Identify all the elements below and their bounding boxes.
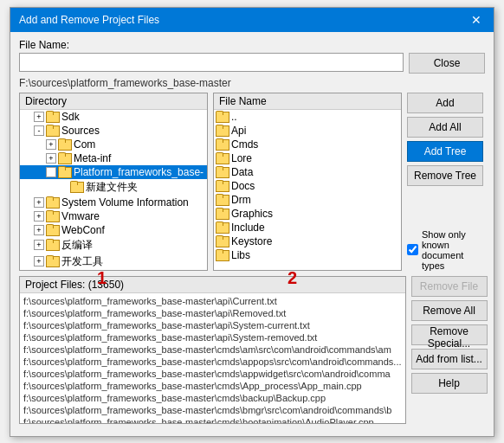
file-list-item[interactable]: Libs <box>214 248 401 262</box>
tree-item[interactable]: +Sdk <box>20 110 207 124</box>
tree-item[interactable]: +System Volume Information <box>20 196 207 209</box>
folder-icon <box>46 239 60 251</box>
expand-button[interactable]: + <box>34 197 44 208</box>
project-file-item[interactable]: f:\sources\platform_frameworks_base-mast… <box>23 380 402 392</box>
remove-all-button[interactable]: Remove All <box>411 300 488 321</box>
folder-icon <box>58 138 72 151</box>
remove-file-button[interactable]: Remove File <box>411 276 488 297</box>
file-name-input[interactable] <box>19 53 404 72</box>
remove-tree-button[interactable]: Remove Tree <box>407 165 483 186</box>
tree-item[interactable]: +开发工具 <box>20 254 207 270</box>
tree-item[interactable]: -Sources <box>20 124 207 138</box>
folder-icon <box>216 111 229 123</box>
project-file-item[interactable]: f:\sources\platform_frameworks_base-mast… <box>23 404 402 416</box>
tree-item-label: Sdk <box>61 111 80 123</box>
file-item-label: Docs <box>231 180 255 192</box>
folder-icon <box>216 208 229 220</box>
tree-item-label: 开发工具 <box>61 254 103 269</box>
project-file-item[interactable]: f:\sources\platform_frameworks_base-mast… <box>23 416 402 423</box>
expand-button[interactable]: - <box>34 125 44 136</box>
file-list-item[interactable]: Drm <box>214 193 401 207</box>
expand-button[interactable]: + <box>46 139 56 150</box>
folder-icon <box>216 249 229 261</box>
action-buttons: Add Add All Add Tree Remove Tree Show on… <box>407 93 485 271</box>
directory-panel: Directory +Sdk-Sources+Com+Meta-inf-Plat… <box>19 93 208 271</box>
folder-icon <box>46 111 60 123</box>
expand-button[interactable]: + <box>34 112 44 122</box>
file-list-item[interactable]: Api <box>214 124 401 138</box>
folder-icon <box>46 196 60 209</box>
show-known-checkbox[interactable] <box>407 244 418 255</box>
folder-icon <box>216 235 229 247</box>
add-tree-button[interactable]: Add Tree <box>407 141 483 162</box>
tree-item[interactable]: +Com <box>20 138 207 151</box>
help-button[interactable]: Help <box>411 373 488 394</box>
directory-header: Directory <box>20 93 207 110</box>
tree-item[interactable]: +反编译 <box>20 237 207 254</box>
expand-button[interactable]: + <box>34 225 44 235</box>
tree-item[interactable]: +WebConf <box>20 223 207 237</box>
tree-item[interactable]: +Meta-inf <box>20 151 207 165</box>
project-files-area: Project Files: (13650) f:\sources\platfo… <box>19 276 406 429</box>
folder-icon <box>70 181 84 193</box>
file-item-label: Drm <box>231 194 251 206</box>
project-file-item[interactable]: f:\sources\platform_frameworks_base-mast… <box>23 368 402 380</box>
file-item-label: Graphics <box>231 208 273 220</box>
file-list-item[interactable]: Graphics <box>214 207 401 221</box>
close-x-button[interactable]: ✕ <box>468 13 485 27</box>
project-file-item[interactable]: f:\sources\platform_frameworks_base-mast… <box>23 343 402 356</box>
tree-item-label: 新建文件夹 <box>86 180 138 195</box>
file-list-item[interactable]: Include <box>214 221 401 234</box>
dialog-title: Add and Remove Project Files <box>19 14 159 26</box>
folder-icon <box>46 224 60 236</box>
file-list-item[interactable]: Docs <box>214 179 401 193</box>
project-file-item[interactable]: f:\sources\platform_frameworks_base-mast… <box>23 295 402 307</box>
title-bar: Add and Remove Project Files ✕ <box>10 8 494 32</box>
expand-button[interactable]: + <box>34 256 44 266</box>
project-file-item[interactable]: f:\sources\platform_frameworks_base-mast… <box>23 307 402 319</box>
bottom-buttons: Remove File Remove All Remove Special...… <box>411 276 488 394</box>
project-files-header: Project Files: (13650) <box>20 277 405 293</box>
folder-icon <box>216 222 229 234</box>
tree-item-label: Meta-inf <box>74 152 111 164</box>
file-item-label: Keystore <box>231 235 272 247</box>
checkbox-row: Show only known document types <box>407 229 485 271</box>
add-all-button[interactable]: Add All <box>407 117 483 138</box>
project-file-item[interactable]: f:\sources\platform_frameworks_base-mast… <box>23 319 402 331</box>
file-item-label: Data <box>231 166 253 178</box>
path-label: F:\sources\platform_frameworks_base-mast… <box>19 77 485 89</box>
tree-item[interactable]: 新建文件夹 <box>20 179 207 196</box>
expand-button[interactable]: + <box>46 153 56 164</box>
file-list[interactable]: ..ApiCmdsLoreDataDocsDrmGraphicsIncludeK… <box>214 110 401 270</box>
project-files-list[interactable]: f:\sources\platform_frameworks_base-mast… <box>20 293 405 423</box>
directory-tree[interactable]: +Sdk-Sources+Com+Meta-inf-Platform_frame… <box>20 110 207 270</box>
file-item-label: Libs <box>231 249 250 261</box>
project-file-item[interactable]: f:\sources\platform_frameworks_base-mast… <box>23 392 402 404</box>
filename-panel: File Name ..ApiCmdsLoreDataDocsDrmGraphi… <box>213 93 402 271</box>
tree-item[interactable]: -Platform_frameworks_base- <box>20 165 207 179</box>
tree-item[interactable]: +Vmware <box>20 209 207 223</box>
expand-button[interactable]: + <box>34 240 44 250</box>
expand-button[interactable]: + <box>34 211 44 222</box>
tree-item-label: 反编译 <box>61 238 93 253</box>
bottom-area: Project Files: (13650) f:\sources\platfo… <box>19 276 485 429</box>
project-file-item[interactable]: f:\sources\platform_frameworks_base-mast… <box>23 331 402 343</box>
close-button[interactable]: Close <box>409 53 485 74</box>
file-item-label: .. <box>231 111 237 123</box>
filename-header: File Name <box>214 93 401 110</box>
file-list-item[interactable]: .. <box>214 110 401 124</box>
file-list-item[interactable]: Data <box>214 165 401 179</box>
project-file-item[interactable]: f:\sources\platform_frameworks_base-mast… <box>23 356 402 368</box>
file-list-item[interactable]: Cmds <box>214 138 401 151</box>
expand-button[interactable]: - <box>46 167 56 177</box>
add-button[interactable]: Add <box>407 93 483 113</box>
file-item-label: Lore <box>231 152 252 164</box>
tree-item-label: System Volume Information <box>61 196 189 209</box>
file-list-item[interactable]: Lore <box>214 151 401 165</box>
tree-item-label: Vmware <box>61 210 100 222</box>
remove-special-button[interactable]: Remove Special... <box>411 324 488 345</box>
dialog-body: File Name: Close F:\sources\platform_fra… <box>10 32 494 436</box>
add-from-list-button[interactable]: Add from list... <box>411 349 488 369</box>
file-item-label: Include <box>231 222 265 234</box>
file-list-item[interactable]: Keystore <box>214 234 401 248</box>
